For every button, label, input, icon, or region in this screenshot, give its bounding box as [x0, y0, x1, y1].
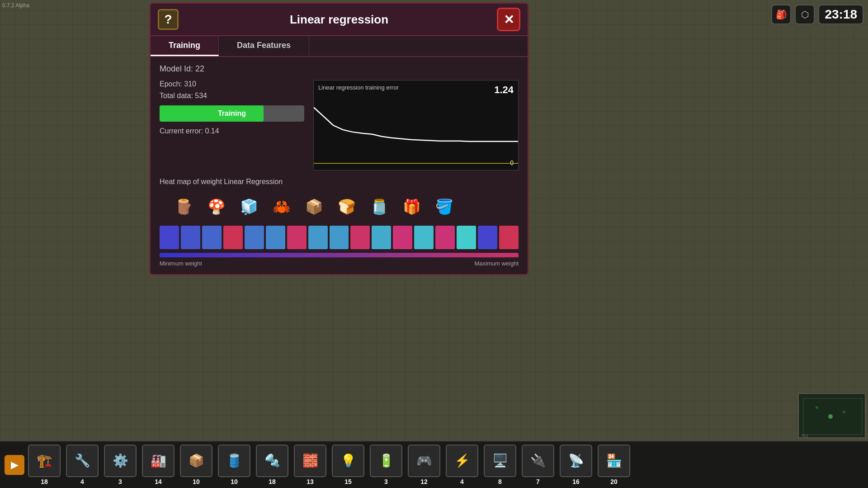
- stats-left: Epoch: 310 Total data: 534 Training Curr…: [160, 80, 304, 171]
- heatmap-icon-8: 🪣: [429, 191, 460, 222]
- progress-container: Training: [160, 105, 304, 122]
- heatmap-bar-2: [202, 226, 222, 249]
- heatmap-bar-0: [160, 226, 179, 249]
- heatmap-icon-6: 🫙: [364, 191, 395, 222]
- heatmap-bars: [160, 226, 519, 249]
- max-weight-label: Maximum weight: [474, 260, 519, 267]
- heatmap-bar-5: [266, 226, 285, 249]
- tab-training[interactable]: Training: [151, 36, 219, 56]
- chart-svg: [314, 81, 518, 170]
- heatmap-bar-14: [457, 226, 476, 249]
- heatmap-bar-12: [414, 226, 434, 249]
- min-weight-label: Minimum weight: [160, 260, 202, 267]
- current-error: Current error: 0.14: [160, 127, 304, 135]
- modal-overlay: ? Linear regression ✕ Training Data Feat…: [0, 0, 868, 488]
- heatmap-bar-13: [435, 226, 455, 249]
- help-button[interactable]: ?: [158, 9, 179, 30]
- heatmap-bar-10: [372, 226, 391, 249]
- heatmap-labels: Minimum weight Maximum weight: [160, 260, 519, 267]
- training-error-chart: Linear regression training error 1.24 0: [313, 80, 519, 171]
- heatmap-bar-6: [287, 226, 307, 249]
- progress-bar-outer: Training: [160, 105, 304, 122]
- heatmap-bar-9: [350, 226, 370, 249]
- modal-tabs: Training Data Features: [151, 36, 528, 57]
- heatmap-bar-7: [308, 226, 328, 249]
- heatmap-icon-2: 🧊: [234, 191, 264, 222]
- modal-title: Linear regression: [290, 13, 388, 27]
- heatmap-bar-16: [499, 226, 519, 249]
- heatmap-bar-15: [478, 226, 497, 249]
- epoch-label: Epoch: 310: [160, 80, 304, 88]
- modal-content: Model Id: 22 Epoch: 310 Total data: 534 …: [151, 57, 528, 274]
- progress-bar-inner: [160, 105, 264, 122]
- heatmap-bar-4: [245, 226, 264, 249]
- heatmap-icons: 🪵 🍄 🧊 🦀 📦 🍞 🫙 🎁 🪣: [160, 191, 519, 222]
- heatmap-icon-5: 🍞: [331, 191, 362, 222]
- heatmap-icon-4: 📦: [299, 191, 330, 222]
- heatmap-icon-1: 🍄: [201, 191, 232, 222]
- close-button[interactable]: ✕: [497, 8, 520, 31]
- heatmap-bar-11: [393, 226, 412, 249]
- heatmap-gradient: [160, 253, 519, 257]
- heatmap-icon-3: 🦀: [266, 191, 297, 222]
- heatmap-bar-1: [181, 226, 200, 249]
- heatmap-title: Heat map of weight Linear Regression: [160, 178, 519, 186]
- heatmap-icon-0: 🪵: [169, 191, 199, 222]
- stats-row: Epoch: 310 Total data: 534 Training Curr…: [160, 80, 519, 171]
- model-id: Model Id: 22: [160, 64, 519, 74]
- progress-label: Training: [218, 109, 246, 118]
- total-data-label: Total data: 534: [160, 92, 304, 100]
- tab-data-features[interactable]: Data Features: [219, 36, 309, 56]
- heatmap-bar-8: [330, 226, 349, 249]
- modal-header: ? Linear regression ✕: [151, 4, 528, 36]
- heatmap-bar-3: [223, 226, 243, 249]
- heatmap-icon-7: 🎁: [396, 191, 427, 222]
- linear-regression-modal: ? Linear regression ✕ Training Data Feat…: [149, 2, 529, 275]
- heatmap-section: Heat map of weight Linear Regression 🪵 🍄…: [160, 178, 519, 267]
